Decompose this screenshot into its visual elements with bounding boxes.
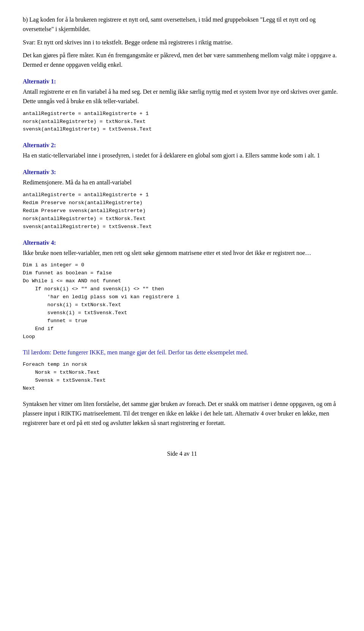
alt3-heading: Alternativ 3: — [23, 169, 341, 176]
page-content: b) Lag koden for å la brukeren registrer… — [23, 15, 341, 457]
intro-b-paragraph: b) Lag koden for å la brukeren registrer… — [23, 15, 341, 34]
svar-line: Svar: Et nytt ord skrives inn i to tekst… — [23, 38, 341, 47]
page-footer: Side 4 av 11 — [23, 450, 341, 457]
alt1-heading: Alternativ 1: — [23, 78, 341, 85]
alt1-code-block: antallRegistrerte = antallRegistrerte + … — [23, 110, 341, 134]
laerdom-text: Til lærdom: Dette fungerer IKKE, men man… — [23, 348, 341, 357]
alt3-code-block: antallRegistrerte = antallRegistrerte + … — [23, 191, 341, 231]
alt2-heading: Alternativ 2: — [23, 142, 341, 149]
det-kan-paragraph: Det kan gjøres på flere måter. Kun én fr… — [23, 51, 341, 70]
alt1-text1: Antall registrerte er en fin variabel å … — [23, 87, 341, 106]
alt2-text: Ha en static-tellervariabel inne i prose… — [23, 151, 341, 161]
alt4-heading: Alternativ 4: — [23, 239, 341, 246]
alt4-text: Ikke bruke noen teller-variabler, men re… — [23, 249, 341, 258]
laerdom-text2: Syntaksen her vitner om liten forståelse… — [23, 400, 341, 428]
alt3-text: Redimensjonere. Må da ha en antall-varia… — [23, 178, 341, 187]
alt4-code-block: Dim i as integer = 0 Dim funnet as boole… — [23, 261, 341, 341]
laerdom-code-block: Foreach temp in norsk Norsk = txtNorsk.T… — [23, 361, 341, 393]
